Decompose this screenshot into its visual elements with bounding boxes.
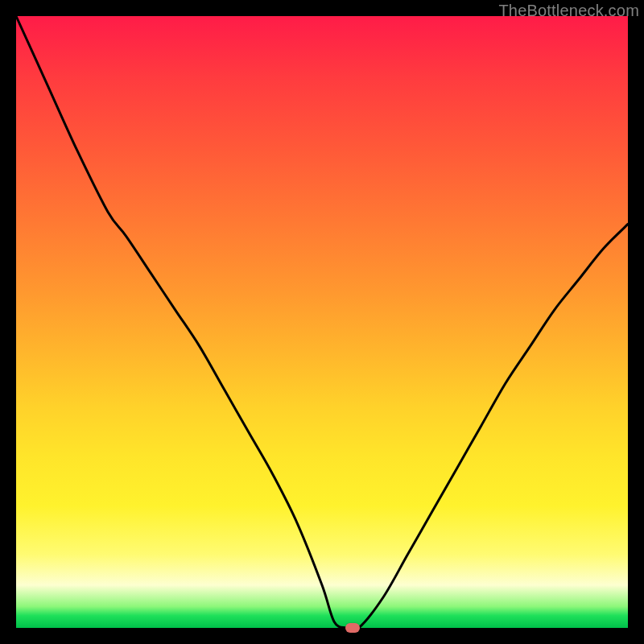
chart-frame: TheBottleneck.com	[0, 0, 644, 644]
plot-area	[16, 16, 628, 628]
minimum-marker	[345, 623, 360, 633]
bottleneck-curve	[16, 16, 628, 628]
